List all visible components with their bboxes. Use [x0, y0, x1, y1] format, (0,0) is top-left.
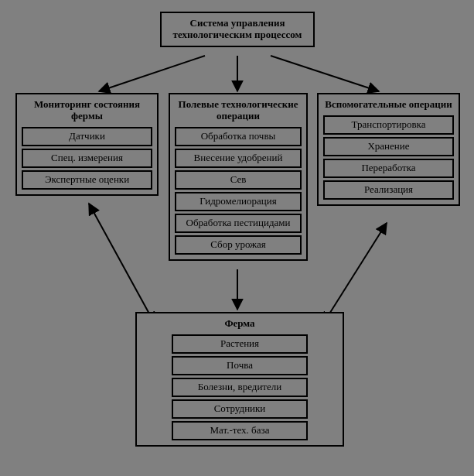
diagram-canvas: Система управления технологическим проце… — [0, 0, 474, 476]
box-farm: Ферма Растения Почва Болезни, вредители … — [135, 312, 344, 447]
list-item: Реализация — [323, 180, 454, 200]
list-item: Мат.-тех. база — [172, 421, 308, 440]
fieldops-title: Полевые технологические операции — [175, 99, 302, 122]
list-item: Сев — [175, 170, 302, 190]
list-item: Сотрудники — [172, 399, 308, 419]
list-item: Болезни, вредители — [172, 378, 308, 397]
list-item: Растения — [172, 334, 308, 354]
auxops-title: Вспомогательные операции — [323, 99, 454, 111]
list-item: Гидромелиорация — [175, 192, 302, 211]
box-auxops: Вспомогательные операции Транспортировка… — [317, 93, 460, 206]
list-item: Датчики — [22, 127, 152, 146]
list-item: Экспертные оценки — [22, 170, 152, 190]
list-item: Обработка почвы — [175, 127, 302, 146]
list-item: Транспортировка — [323, 115, 454, 135]
arrow-auxops-farm — [323, 223, 387, 324]
box-root: Система управления технологическим проце… — [160, 12, 315, 47]
list-item: Сбор урожая — [175, 235, 302, 255]
list-item: Спец. измерения — [22, 149, 152, 168]
root-title: Система управления технологическим проце… — [166, 18, 309, 41]
farm-title: Ферма — [172, 318, 308, 330]
list-item: Переработка — [323, 159, 454, 178]
arrow-root-to-auxops — [271, 56, 379, 91]
list-item: Почва — [172, 356, 308, 375]
list-item: Обработка пестицидами — [175, 214, 302, 233]
box-fieldops: Полевые технологические операции Обработ… — [169, 93, 308, 261]
box-monitoring: Мониторинг состояния фермы Датчики Спец.… — [15, 93, 159, 196]
monitoring-title: Мониторинг состояния фермы — [22, 99, 152, 122]
list-item: Внесение удобрений — [175, 149, 302, 168]
arrow-monitoring-farm — [89, 204, 155, 324]
list-item: Хранение — [323, 137, 454, 156]
arrow-root-to-monitoring — [99, 56, 205, 91]
